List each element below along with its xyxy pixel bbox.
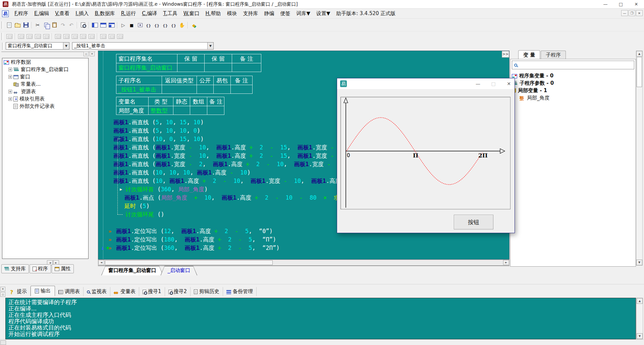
menu-support-lib[interactable]: 支持库 [240,9,261,18]
tab-watch-table[interactable]: 监视表 [84,287,110,296]
tree-resources[interactable]: +资源表 [2,88,88,95]
toolbar-grip[interactable] [2,43,4,50]
maximize-button[interactable]: □ [490,81,497,86]
mdi-minimize-button[interactable]: — [621,10,628,16]
save-button[interactable] [22,21,30,29]
step-in-button[interactable] [144,21,153,29]
scrollbar-thumb[interactable] [637,57,642,87]
helper-button[interactable] [190,21,198,29]
new-file-button[interactable] [5,21,13,29]
menu-run[interactable]: R.运行 [118,9,139,18]
menu-notes[interactable]: 便签 [277,9,293,18]
tab-output[interactable]: 输出 [31,286,55,296]
class-combobox[interactable]: 窗口程序集_启动窗口 ▼ [6,42,69,50]
align-button[interactable] [42,32,50,41]
panel-pin-icon[interactable]: ▫ [84,52,89,56]
tab-clip-history[interactable]: 剪辑历史 [191,287,223,296]
cut-button[interactable] [34,21,42,29]
scroll-left-icon[interactable]: ◄ [98,260,104,265]
tree-window[interactable]: +窗口 [2,73,88,80]
tab-window-assembly[interactable]: 窗口程序集_启动窗口 [101,266,163,275]
win-left-button[interactable] [91,21,99,29]
scrollbar-thumb[interactable] [105,260,273,265]
align-button[interactable] [79,32,87,41]
table-value-row[interactable]: 窗口程序集_启动窗口 [116,63,261,72]
align-button[interactable] [107,32,116,41]
menu-window[interactable]: W.窗口 [180,9,203,18]
chevron-down-icon[interactable]: ▼ [63,43,69,49]
menu-help[interactable]: H.帮助 [203,9,224,18]
scroll-right-icon[interactable]: ► [503,260,509,265]
toolbar-grip[interactable] [1,33,3,40]
tree-window-assembly[interactable]: +窗口程序集_启动窗口 [2,66,88,73]
panel-close-icon[interactable]: ✕ [0,287,5,291]
minimize-button[interactable]: — [598,0,613,8]
menu-tools[interactable]: T.工具 [160,9,180,18]
tab-support-lib[interactable]: 支持库 [1,264,29,273]
tab-program[interactable]: 程序 [30,264,51,273]
panel-vertical-scrollbar[interactable]: ▲ ▼ [636,51,643,266]
align-button[interactable] [99,32,107,41]
tree-program-data[interactable]: 程序数据 [2,58,88,66]
tree-local-vars[interactable]: 局部变量 - 1 [512,87,634,94]
align-button[interactable] [62,32,70,41]
maximize-button[interactable]: □ [613,0,629,8]
frame-button[interactable] [136,21,144,29]
tab-backup-manager[interactable]: 备份管理 [223,287,257,296]
expand-icon[interactable]: + [8,97,12,101]
tree-constants[interactable]: 常量表... [2,80,88,88]
panel-close-icon[interactable]: ✕ [90,52,95,56]
align-button[interactable] [54,32,62,41]
scroll-down-icon[interactable]: ▼ [637,333,643,339]
collapse-panel-button[interactable]: >> [502,51,509,58]
menu-dictionary[interactable]: 词库▼ [293,9,313,18]
tab-properties[interactable]: 属性 [52,264,74,273]
method-combobox[interactable]: _按钮1_被单击 ▼ [72,42,214,50]
tree-module-refs[interactable]: +模块引用表 [2,95,88,102]
stop-button[interactable] [127,21,136,29]
compiler-output[interactable]: 正在统计需要编译的子程序正在编译...正在生成主程序入口代码程序代码编译成功正在… [5,298,636,339]
mdi-close-button[interactable]: ✕ [636,10,643,16]
chevron-down-icon[interactable]: ▼ [207,43,213,49]
step-over-button[interactable] [161,21,169,29]
align-button[interactable] [25,32,34,41]
tab-hint[interactable]: 提示 [7,287,31,296]
expand-icon[interactable]: + [8,75,12,79]
tab-variables[interactable]: 变 量 [518,50,540,60]
tree-external-files[interactable]: 外部文件记录表 [2,102,88,110]
toolbar-grip[interactable] [1,21,3,29]
title-bar[interactable]: 易 易语言-加密狗版 [正在运行] - E:\桌面\易语言\源码\学习源码\画正… [0,0,644,9]
align-button[interactable] [5,32,13,41]
scroll-up-icon[interactable]: ▲ [637,298,643,304]
scroll-down-icon[interactable]: ▼ [636,260,642,265]
align-button[interactable] [34,32,42,41]
win-top-button[interactable] [99,21,107,29]
program-button[interactable]: 按钮 [454,215,493,229]
step-stop-button[interactable] [169,21,178,29]
align-button[interactable] [70,32,79,41]
resize-corner[interactable] [0,340,6,345]
mdi-restore-button[interactable]: ❐ [629,10,635,16]
code-horizontal-scrollbar[interactable]: ◄ ► [98,260,509,266]
tree-sub-params[interactable]: 子程序参数 - 0 [512,79,634,87]
menu-database[interactable]: B.数据库 [92,9,118,18]
tree-local-angle[interactable]: 局部_角度 [512,94,634,101]
menu-settings[interactable]: 设置▼ [313,9,333,18]
scroll-up-icon[interactable]: ▲ [636,51,642,57]
expand-icon[interactable]: + [8,68,12,71]
panel-float-icon[interactable]: ▫ [0,292,5,297]
search-input[interactable] [512,61,634,69]
tab-search1[interactable]: 搜寻1 [139,287,165,296]
tab-startup-window[interactable]: _启动窗口 [161,266,198,275]
run-button[interactable] [119,21,127,29]
find-button[interactable] [79,21,87,29]
menu-static-compile[interactable]: 静编 [261,9,277,18]
expand-icon[interactable]: + [8,90,12,93]
menu-edit[interactable]: E.编辑 [31,9,52,18]
hand-button[interactable] [178,21,186,29]
output-vertical-scrollbar[interactable]: ▲ ▼ [636,298,643,339]
menu-insert[interactable]: I.插入 [72,9,92,18]
tree-assembly-vars[interactable]: 程序集变量 - 0 [512,72,634,79]
table-value-row[interactable]: _按钮1_被单击 [116,85,253,94]
tab-variable-table[interactable]: 变量表 [110,287,139,296]
